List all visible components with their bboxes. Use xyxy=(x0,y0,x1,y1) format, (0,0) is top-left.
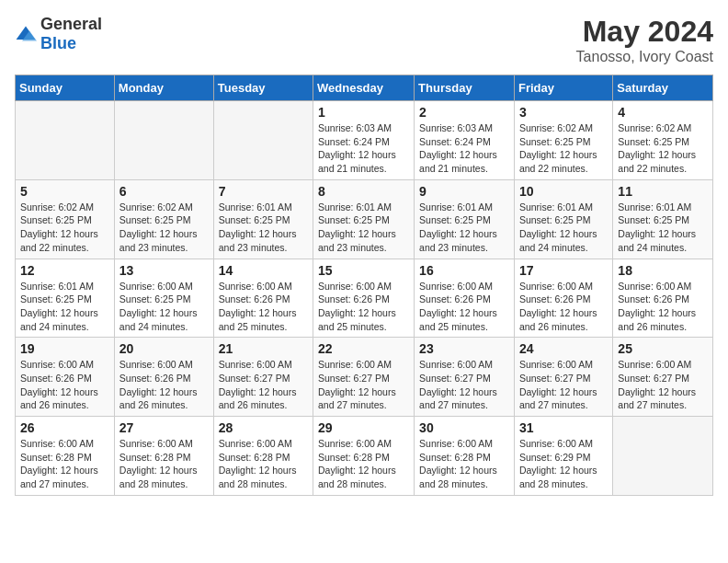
day-info: Sunrise: 6:00 AM Sunset: 6:28 PM Dayligh… xyxy=(419,437,509,491)
day-number: 24 xyxy=(519,341,608,356)
day-number: 9 xyxy=(419,184,509,199)
day-number: 20 xyxy=(119,341,209,356)
day-number: 30 xyxy=(419,420,509,435)
day-number: 28 xyxy=(219,420,308,435)
day-info: Sunrise: 6:00 AM Sunset: 6:26 PM Dayligh… xyxy=(219,280,308,334)
day-cell: 30Sunrise: 6:00 AM Sunset: 6:28 PM Dayli… xyxy=(415,417,515,496)
day-cell: 25Sunrise: 6:00 AM Sunset: 6:27 PM Dayli… xyxy=(613,338,713,417)
day-cell: 28Sunrise: 6:00 AM Sunset: 6:28 PM Dayli… xyxy=(213,417,313,496)
day-cell: 23Sunrise: 6:00 AM Sunset: 6:27 PM Dayli… xyxy=(415,338,515,417)
day-info: Sunrise: 6:02 AM Sunset: 6:25 PM Dayligh… xyxy=(618,121,708,176)
logo-general: General xyxy=(40,15,102,33)
day-number: 21 xyxy=(219,341,308,356)
day-cell: 14Sunrise: 6:00 AM Sunset: 6:26 PM Dayli… xyxy=(213,259,313,338)
day-cell: 5Sunrise: 6:02 AM Sunset: 6:25 PM Daylig… xyxy=(16,179,115,259)
day-number: 7 xyxy=(219,184,308,199)
day-cell: 21Sunrise: 6:00 AM Sunset: 6:27 PM Dayli… xyxy=(213,338,313,417)
day-info: Sunrise: 6:02 AM Sunset: 6:25 PM Dayligh… xyxy=(20,201,109,255)
day-cell xyxy=(613,417,713,496)
day-info: Sunrise: 6:00 AM Sunset: 6:25 PM Dayligh… xyxy=(119,280,209,334)
day-number: 2 xyxy=(419,105,509,120)
day-cell: 8Sunrise: 6:01 AM Sunset: 6:25 PM Daylig… xyxy=(313,179,415,259)
day-number: 18 xyxy=(618,263,708,278)
day-info: Sunrise: 6:00 AM Sunset: 6:26 PM Dayligh… xyxy=(419,280,509,334)
day-number: 3 xyxy=(519,105,608,120)
day-number: 26 xyxy=(20,420,109,435)
day-info: Sunrise: 6:01 AM Sunset: 6:25 PM Dayligh… xyxy=(219,201,308,255)
week-row-1: 1Sunrise: 6:03 AM Sunset: 6:24 PM Daylig… xyxy=(16,101,713,180)
header-wednesday: Wednesday xyxy=(313,75,415,101)
day-cell: 2Sunrise: 6:03 AM Sunset: 6:24 PM Daylig… xyxy=(415,101,515,180)
day-cell: 10Sunrise: 6:01 AM Sunset: 6:25 PM Dayli… xyxy=(514,179,612,259)
day-cell: 3Sunrise: 6:02 AM Sunset: 6:25 PM Daylig… xyxy=(514,101,612,180)
logo-icon xyxy=(15,25,37,43)
day-info: Sunrise: 6:00 AM Sunset: 6:27 PM Dayligh… xyxy=(219,358,308,412)
header-tuesday: Tuesday xyxy=(213,75,313,101)
day-info: Sunrise: 6:01 AM Sunset: 6:25 PM Dayligh… xyxy=(519,201,608,255)
week-row-5: 26Sunrise: 6:00 AM Sunset: 6:28 PM Dayli… xyxy=(16,417,713,496)
day-info: Sunrise: 6:00 AM Sunset: 6:28 PM Dayligh… xyxy=(119,437,209,491)
day-info: Sunrise: 6:00 AM Sunset: 6:26 PM Dayligh… xyxy=(618,280,708,334)
header: General Blue May 2024 Tanosso, Ivory Coa… xyxy=(15,15,713,65)
header-thursday: Thursday xyxy=(415,75,515,101)
day-info: Sunrise: 6:01 AM Sunset: 6:25 PM Dayligh… xyxy=(618,201,708,255)
week-row-2: 5Sunrise: 6:02 AM Sunset: 6:25 PM Daylig… xyxy=(16,179,713,259)
day-number: 31 xyxy=(519,420,608,435)
day-cell: 1Sunrise: 6:03 AM Sunset: 6:24 PM Daylig… xyxy=(313,101,415,180)
day-number: 27 xyxy=(119,420,209,435)
day-cell xyxy=(213,101,313,180)
day-number: 13 xyxy=(119,263,209,278)
day-number: 11 xyxy=(618,184,708,199)
day-cell: 31Sunrise: 6:00 AM Sunset: 6:29 PM Dayli… xyxy=(514,417,612,496)
day-cell: 19Sunrise: 6:00 AM Sunset: 6:26 PM Dayli… xyxy=(16,338,115,417)
header-saturday: Saturday xyxy=(613,75,713,101)
day-info: Sunrise: 6:00 AM Sunset: 6:29 PM Dayligh… xyxy=(519,437,608,491)
logo-blue: Blue xyxy=(40,34,76,52)
day-cell: 29Sunrise: 6:00 AM Sunset: 6:28 PM Dayli… xyxy=(313,417,415,496)
day-info: Sunrise: 6:00 AM Sunset: 6:26 PM Dayligh… xyxy=(119,358,209,412)
day-number: 4 xyxy=(618,105,708,120)
day-cell: 7Sunrise: 6:01 AM Sunset: 6:25 PM Daylig… xyxy=(213,179,313,259)
day-info: Sunrise: 6:00 AM Sunset: 6:27 PM Dayligh… xyxy=(519,358,608,412)
day-cell: 9Sunrise: 6:01 AM Sunset: 6:25 PM Daylig… xyxy=(415,179,515,259)
day-cell: 12Sunrise: 6:01 AM Sunset: 6:25 PM Dayli… xyxy=(16,259,115,338)
day-info: Sunrise: 6:00 AM Sunset: 6:28 PM Dayligh… xyxy=(219,437,308,491)
day-number: 23 xyxy=(419,341,509,356)
day-info: Sunrise: 6:01 AM Sunset: 6:25 PM Dayligh… xyxy=(318,201,409,255)
day-info: Sunrise: 6:00 AM Sunset: 6:27 PM Dayligh… xyxy=(419,358,509,412)
logo: General Blue xyxy=(15,15,102,53)
day-cell: 13Sunrise: 6:00 AM Sunset: 6:25 PM Dayli… xyxy=(114,259,213,338)
header-monday: Monday xyxy=(114,75,213,101)
week-row-3: 12Sunrise: 6:01 AM Sunset: 6:25 PM Dayli… xyxy=(16,259,713,338)
day-info: Sunrise: 6:03 AM Sunset: 6:24 PM Dayligh… xyxy=(419,121,509,176)
day-cell: 11Sunrise: 6:01 AM Sunset: 6:25 PM Dayli… xyxy=(613,179,713,259)
day-cell: 26Sunrise: 6:00 AM Sunset: 6:28 PM Dayli… xyxy=(16,417,115,496)
day-number: 22 xyxy=(318,341,409,356)
day-info: Sunrise: 6:00 AM Sunset: 6:28 PM Dayligh… xyxy=(20,437,109,491)
day-cell: 6Sunrise: 6:02 AM Sunset: 6:25 PM Daylig… xyxy=(114,179,213,259)
day-number: 14 xyxy=(219,263,308,278)
calendar-header-row: SundayMondayTuesdayWednesdayThursdayFrid… xyxy=(16,75,713,101)
day-number: 1 xyxy=(318,105,409,120)
main-title: May 2024 xyxy=(576,15,713,49)
day-number: 25 xyxy=(618,341,708,356)
day-info: Sunrise: 6:01 AM Sunset: 6:25 PM Dayligh… xyxy=(20,280,109,334)
day-number: 15 xyxy=(318,263,409,278)
day-cell: 17Sunrise: 6:00 AM Sunset: 6:26 PM Dayli… xyxy=(514,259,612,338)
day-cell: 27Sunrise: 6:00 AM Sunset: 6:28 PM Dayli… xyxy=(114,417,213,496)
header-friday: Friday xyxy=(514,75,612,101)
day-info: Sunrise: 6:03 AM Sunset: 6:24 PM Dayligh… xyxy=(318,121,409,176)
day-info: Sunrise: 6:00 AM Sunset: 6:26 PM Dayligh… xyxy=(519,280,608,334)
day-number: 19 xyxy=(20,341,109,356)
day-number: 16 xyxy=(419,263,509,278)
day-cell xyxy=(114,101,213,180)
day-info: Sunrise: 6:00 AM Sunset: 6:27 PM Dayligh… xyxy=(618,358,708,412)
day-number: 5 xyxy=(20,184,109,199)
day-cell: 24Sunrise: 6:00 AM Sunset: 6:27 PM Dayli… xyxy=(514,338,612,417)
day-info: Sunrise: 6:01 AM Sunset: 6:25 PM Dayligh… xyxy=(419,201,509,255)
subtitle: Tanosso, Ivory Coast xyxy=(576,49,713,65)
day-info: Sunrise: 6:00 AM Sunset: 6:26 PM Dayligh… xyxy=(318,280,409,334)
day-info: Sunrise: 6:00 AM Sunset: 6:26 PM Dayligh… xyxy=(20,358,109,412)
day-cell: 16Sunrise: 6:00 AM Sunset: 6:26 PM Dayli… xyxy=(415,259,515,338)
day-number: 8 xyxy=(318,184,409,199)
